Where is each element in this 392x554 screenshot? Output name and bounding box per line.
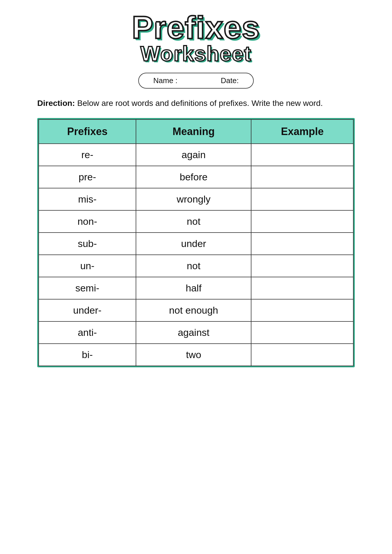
date-label: Date:: [221, 76, 239, 85]
title-container: Prefixes Worksheet: [132, 12, 260, 64]
prefixes-table: Prefixes Meaning Example re-againpre-bef…: [38, 119, 354, 366]
table-row: under-not enough: [39, 299, 353, 321]
cell-meaning: before: [136, 166, 251, 188]
header-section: Prefixes Worksheet Name : Date:: [132, 12, 260, 89]
table-row: semi-half: [39, 277, 353, 299]
cell-example[interactable]: [251, 255, 353, 277]
direction-text: Below are root words and definitions of …: [75, 99, 323, 108]
cell-prefix: sub-: [39, 233, 136, 255]
cell-prefix: anti-: [39, 321, 136, 344]
cell-meaning: two: [136, 344, 251, 366]
cell-meaning: wrongly: [136, 188, 251, 210]
cell-example[interactable]: [251, 277, 353, 299]
title-worksheet: Worksheet: [132, 43, 260, 64]
table-row: anti-against: [39, 321, 353, 344]
cell-prefix: pre-: [39, 166, 136, 188]
table-row: pre-before: [39, 166, 353, 188]
cell-meaning: against: [136, 321, 251, 344]
col-header-meaning: Meaning: [136, 119, 251, 144]
name-date-row: Name : Date:: [138, 73, 254, 89]
name-label: Name :: [153, 76, 178, 85]
cell-example[interactable]: [251, 166, 353, 188]
col-header-prefixes: Prefixes: [39, 119, 136, 144]
cell-example[interactable]: [251, 188, 353, 210]
cell-prefix: mis-: [39, 188, 136, 210]
cell-example[interactable]: [251, 144, 353, 166]
table-row: bi-two: [39, 344, 353, 366]
cell-example[interactable]: [251, 321, 353, 344]
cell-meaning: half: [136, 277, 251, 299]
cell-meaning: again: [136, 144, 251, 166]
cell-example[interactable]: [251, 344, 353, 366]
col-header-example: Example: [251, 119, 353, 144]
cell-prefix: re-: [39, 144, 136, 166]
cell-meaning: under: [136, 233, 251, 255]
cell-prefix: un-: [39, 255, 136, 277]
cell-prefix: bi-: [39, 344, 136, 366]
cell-prefix: under-: [39, 299, 136, 321]
cell-meaning: not: [136, 255, 251, 277]
cell-example[interactable]: [251, 210, 353, 233]
direction-section: Direction: Below are root words and defi…: [37, 97, 355, 109]
title-prefixes: Prefixes: [132, 12, 260, 43]
prefixes-table-wrapper: Prefixes Meaning Example re-againpre-bef…: [37, 118, 355, 367]
cell-meaning: not enough: [136, 299, 251, 321]
cell-prefix: semi-: [39, 277, 136, 299]
table-row: sub-under: [39, 233, 353, 255]
table-row: un-not: [39, 255, 353, 277]
cell-example[interactable]: [251, 299, 353, 321]
table-row: non-not: [39, 210, 353, 233]
table-header-row: Prefixes Meaning Example: [39, 119, 353, 144]
cell-meaning: not: [136, 210, 251, 233]
direction-bold: Direction:: [37, 99, 75, 108]
table-row: mis-wrongly: [39, 188, 353, 210]
table-row: re-again: [39, 144, 353, 166]
cell-prefix: non-: [39, 210, 136, 233]
cell-example[interactable]: [251, 233, 353, 255]
